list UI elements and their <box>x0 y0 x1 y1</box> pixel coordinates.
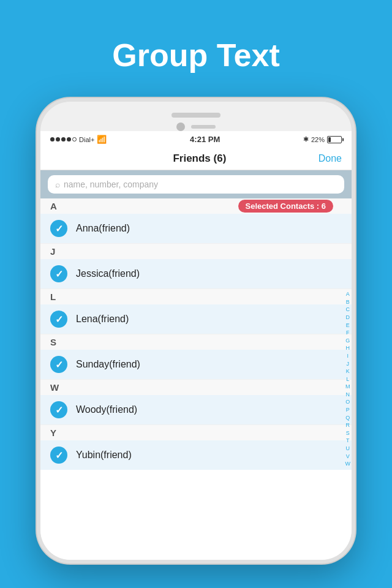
contact-row-woody[interactable]: ✓ Woody(friend) <box>40 395 352 425</box>
alpha-letter-w[interactable]: W <box>345 460 351 468</box>
contact-check-woody: ✓ <box>50 401 67 418</box>
alpha-letter-j[interactable]: J <box>347 360 350 368</box>
search-bar[interactable]: ⌕ name, number, company <box>48 175 344 194</box>
search-icon: ⌕ <box>55 179 60 189</box>
alpha-letter-h[interactable]: H <box>346 344 350 352</box>
search-container: ⌕ name, number, company <box>40 170 352 198</box>
check-mark-yubin: ✓ <box>55 450 63 461</box>
done-button[interactable]: Done <box>318 153 342 164</box>
contact-row-anna[interactable]: ✓ Anna(friend) <box>40 214 352 244</box>
check-mark-lena: ✓ <box>55 314 63 325</box>
bluetooth-icon: ✱ <box>303 135 309 143</box>
contact-name-woody: Woody(friend) <box>76 404 137 415</box>
contact-name-jessica: Jessica(friend) <box>76 268 140 279</box>
check-mark-jessica: ✓ <box>55 268 63 280</box>
alpha-letter-t[interactable]: T <box>346 437 350 445</box>
alpha-letter-c[interactable]: C <box>346 306 350 314</box>
alpha-letter-i[interactable]: I <box>347 352 349 360</box>
contact-row-yubin[interactable]: ✓ Yubin(friend) <box>40 440 352 470</box>
check-mark-anna: ✓ <box>55 223 63 235</box>
alpha-letter-p[interactable]: P <box>346 406 350 414</box>
nav-title: Friends (6) <box>173 153 226 165</box>
contact-check-lena: ✓ <box>50 311 67 328</box>
section-letter-y: Y <box>50 428 56 438</box>
contact-row-lena[interactable]: ✓ Lena(friend) <box>40 304 352 334</box>
section-letter-a: A <box>50 201 57 211</box>
contact-check-anna: ✓ <box>50 220 67 237</box>
contact-check-sunday: ✓ <box>50 356 67 373</box>
signal-dot-3 <box>61 137 66 141</box>
status-time: 4:21 PM <box>190 135 220 144</box>
section-header-l: L <box>40 289 352 304</box>
check-mark-sunday: ✓ <box>55 359 63 371</box>
volume-up-button <box>37 175 39 194</box>
phone-frame: Dial+ 📶 4:21 PM ✱ 22% Friends (6) Done <box>37 98 355 564</box>
selected-contacts-badge: Selected Contacts : 6 <box>238 200 334 213</box>
alphabet-index[interactable]: ABCDEFGHIJKLMNOPQRSTUVW <box>345 198 351 560</box>
search-placeholder: name, number, company <box>64 179 158 189</box>
signal-dot-4 <box>67 137 71 141</box>
alpha-letter-e[interactable]: E <box>346 322 350 330</box>
alpha-letter-u[interactable]: U <box>346 445 350 453</box>
contact-check-yubin: ✓ <box>50 447 67 464</box>
alpha-letter-m[interactable]: M <box>345 383 350 391</box>
alpha-letter-v[interactable]: V <box>346 453 350 461</box>
section-header-y: Y <box>40 425 352 440</box>
signal-dot-5 <box>72 137 77 141</box>
section-letter-j: J <box>50 246 55 257</box>
wifi-icon: 📶 <box>97 135 107 144</box>
section-header-a: A Selected Contacts : 6 <box>40 198 352 214</box>
section-header-w: W <box>40 380 352 395</box>
status-left: Dial+ 📶 <box>50 135 107 144</box>
alpha-letter-a[interactable]: A <box>346 290 350 298</box>
battery-percent: 22% <box>311 136 325 143</box>
carrier-label: Dial+ <box>79 136 94 143</box>
camera <box>176 123 185 131</box>
contact-name-yubin: Yubin(friend) <box>76 450 132 461</box>
alpha-letter-b[interactable]: B <box>346 298 350 306</box>
alpha-letter-k[interactable]: K <box>346 368 350 375</box>
contact-list: A Selected Contacts : 6 ✓ Anna(friend) J… <box>40 198 352 560</box>
battery-icon <box>327 136 342 143</box>
battery-body <box>327 136 342 143</box>
status-bar: Dial+ 📶 4:21 PM ✱ 22% <box>40 131 352 148</box>
power-button <box>353 187 355 218</box>
check-mark-woody: ✓ <box>55 404 63 416</box>
signal-dot-1 <box>50 137 55 141</box>
alpha-letter-g[interactable]: G <box>345 337 350 345</box>
alpha-letter-d[interactable]: D <box>346 314 350 322</box>
speaker <box>172 113 221 118</box>
contact-name-sunday: Sunday(friend) <box>76 359 140 370</box>
contact-name-lena: Lena(friend) <box>76 314 129 325</box>
contact-row-jessica[interactable]: ✓ Jessica(friend) <box>40 259 352 289</box>
nav-bar: Friends (6) Done <box>40 148 352 170</box>
alpha-letter-n[interactable]: N <box>346 391 350 399</box>
section-header-s: S <box>40 334 352 350</box>
alpha-letter-q[interactable]: Q <box>345 414 350 422</box>
app-title: Group Text <box>112 37 279 74</box>
alpha-letter-s[interactable]: S <box>346 429 350 437</box>
contact-name-anna: Anna(friend) <box>76 223 130 234</box>
battery-fill <box>328 137 331 142</box>
section-letter-s: S <box>50 337 56 347</box>
section-letter-w: W <box>50 382 59 393</box>
status-right: ✱ 22% <box>303 135 342 143</box>
signal-dot-2 <box>56 137 60 141</box>
volume-down-button <box>37 200 39 218</box>
alpha-letter-r[interactable]: R <box>346 421 350 429</box>
phone-screen: Dial+ 📶 4:21 PM ✱ 22% Friends (6) Done <box>40 131 352 560</box>
contact-check-jessica: ✓ <box>50 265 67 282</box>
alpha-letter-o[interactable]: O <box>345 398 350 406</box>
alpha-letter-f[interactable]: F <box>346 329 350 337</box>
section-letter-l: L <box>50 292 56 302</box>
alpha-letter-l[interactable]: L <box>346 375 349 383</box>
signal-icon <box>50 137 77 141</box>
contact-row-sunday[interactable]: ✓ Sunday(friend) <box>40 350 352 380</box>
section-header-j: J <box>40 244 352 259</box>
sensors <box>176 123 216 131</box>
sensor <box>191 125 216 129</box>
